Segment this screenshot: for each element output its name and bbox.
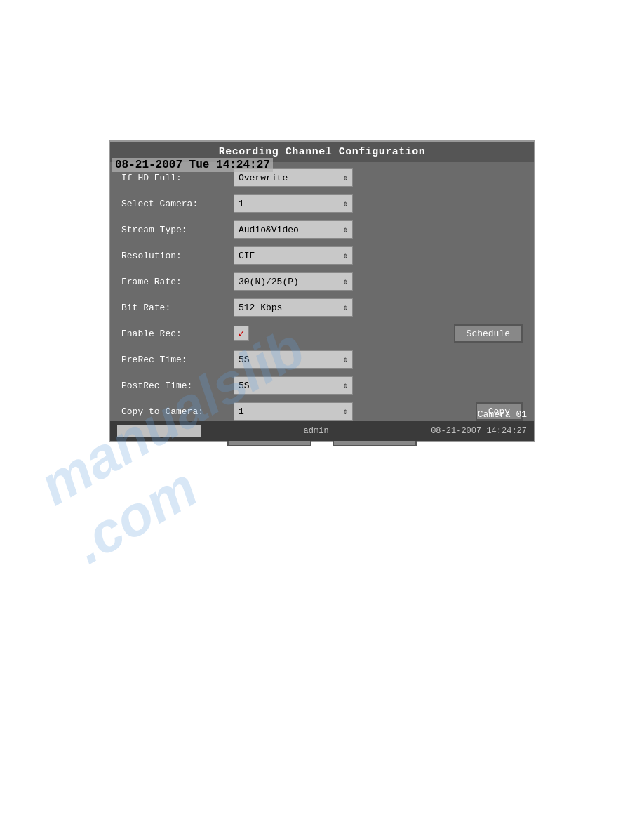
postrec-time-control: 5S ⇕ bbox=[234, 376, 523, 395]
resolution-control: CIF ⇕ bbox=[234, 246, 523, 265]
frame-rate-select[interactable]: 30(N)/25(P) ⇕ bbox=[234, 272, 353, 291]
resolution-value: CIF bbox=[239, 251, 255, 261]
status-bar-left-area bbox=[117, 425, 201, 437]
postrec-time-label: PostRec Time: bbox=[121, 380, 234, 391]
stream-type-control: Audio&Video ⇕ bbox=[234, 220, 523, 239]
bit-rate-select[interactable]: 512 Kbps ⇕ bbox=[234, 298, 353, 317]
frame-rate-arrow-icon: ⇕ bbox=[343, 277, 348, 287]
copy-to-camera-arrow-icon: ⇕ bbox=[343, 406, 348, 417]
copy-to-camera-label: Copy to Camera: bbox=[121, 406, 234, 417]
prerec-time-value: 5S bbox=[239, 355, 250, 365]
if-hd-full-label: If HD Full: bbox=[121, 173, 234, 183]
stream-type-label: Stream Type: bbox=[121, 225, 234, 235]
stream-type-select[interactable]: Audio&Video ⇕ bbox=[234, 220, 353, 239]
postrec-time-row: PostRec Time: 5S ⇕ bbox=[121, 374, 523, 397]
bit-rate-arrow-icon: ⇕ bbox=[343, 303, 348, 313]
select-camera-value: 1 bbox=[239, 199, 244, 209]
select-camera-row: Select Camera: 1 ⇕ bbox=[121, 192, 523, 215]
prerec-time-label: PreRec Time: bbox=[121, 355, 234, 365]
if-hd-full-value: Overwrite bbox=[239, 173, 288, 183]
stream-type-arrow-icon: ⇕ bbox=[343, 225, 348, 235]
resolution-label: Resolution: bbox=[121, 251, 234, 261]
if-hd-full-arrow-icon: ⇕ bbox=[343, 173, 348, 183]
status-bar: admin 08-21-2007 14:24:27 bbox=[110, 421, 534, 441]
camera-label: Camera 01 bbox=[478, 409, 527, 420]
prerec-time-control: 5S ⇕ bbox=[234, 350, 523, 369]
copy-to-camera-value: 1 bbox=[239, 406, 244, 417]
frame-rate-value: 30(N)/25(P) bbox=[239, 277, 299, 287]
prerec-time-select[interactable]: 5S ⇕ bbox=[234, 350, 353, 369]
bit-rate-value: 512 Kbps bbox=[239, 303, 282, 313]
recording-config-dialog: Recording Channel Configuration If HD Fu… bbox=[109, 140, 535, 442]
datetime-overlay: 08-21-2007 Tue 14:24:27 bbox=[112, 158, 273, 172]
frame-rate-label: Frame Rate: bbox=[121, 277, 234, 287]
resolution-arrow-icon: ⇕ bbox=[343, 251, 348, 261]
enable-rec-checkbox[interactable]: ✓ bbox=[234, 326, 249, 341]
resolution-row: Resolution: CIF ⇕ bbox=[121, 244, 523, 267]
enable-rec-row: Enable Rec: ✓ Schedule bbox=[121, 322, 523, 345]
page-background: manualslib.com 08-21-2007 Tue 14:24:27 R… bbox=[0, 0, 644, 834]
frame-rate-control: 30(N)/25(P) ⇕ bbox=[234, 272, 523, 291]
bit-rate-control: 512 Kbps ⇕ bbox=[234, 298, 523, 317]
status-bar-datetime: 08-21-2007 14:24:27 bbox=[431, 426, 527, 436]
copy-to-camera-select[interactable]: 1 ⇕ bbox=[234, 402, 353, 421]
copy-to-camera-row: Copy to Camera: 1 ⇕ Copy bbox=[121, 400, 523, 423]
enable-rec-control: ✓ Schedule bbox=[234, 324, 523, 343]
schedule-button[interactable]: Schedule bbox=[454, 324, 523, 343]
bit-rate-label: Bit Rate: bbox=[121, 303, 234, 313]
enable-rec-label: Enable Rec: bbox=[121, 329, 234, 339]
resolution-select[interactable]: CIF ⇕ bbox=[234, 246, 353, 265]
stream-type-value: Audio&Video bbox=[239, 225, 299, 235]
prerec-time-arrow-icon: ⇕ bbox=[343, 355, 348, 365]
postrec-time-arrow-icon: ⇕ bbox=[343, 380, 348, 391]
postrec-time-select[interactable]: 5S ⇕ bbox=[234, 376, 353, 395]
select-camera-control: 1 ⇕ bbox=[234, 194, 523, 213]
frame-rate-row: Frame Rate: 30(N)/25(P) ⇕ bbox=[121, 270, 523, 293]
select-camera-arrow-icon: ⇕ bbox=[343, 199, 348, 209]
select-camera-label: Select Camera: bbox=[121, 199, 234, 209]
status-bar-user: admin bbox=[304, 426, 329, 436]
postrec-time-value: 5S bbox=[239, 380, 250, 391]
checkmark-icon: ✓ bbox=[238, 326, 245, 340]
bit-rate-row: Bit Rate: 512 Kbps ⇕ bbox=[121, 296, 523, 319]
select-camera-select[interactable]: 1 ⇕ bbox=[234, 194, 353, 213]
stream-type-row: Stream Type: Audio&Video ⇕ bbox=[121, 218, 523, 241]
if-hd-full-control: Overwrite ⇕ bbox=[234, 168, 523, 187]
dialog-content: If HD Full: Overwrite ⇕ Select Camera: 1… bbox=[110, 162, 534, 456]
prerec-time-row: PreRec Time: 5S ⇕ bbox=[121, 348, 523, 371]
